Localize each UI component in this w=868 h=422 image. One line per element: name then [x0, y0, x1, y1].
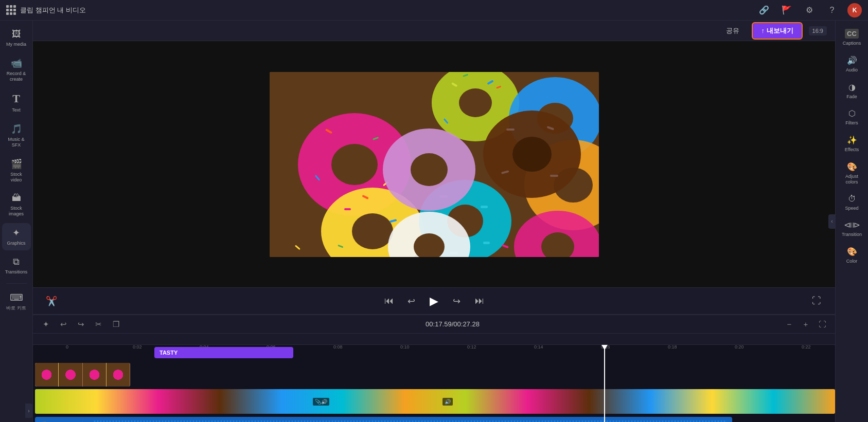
svg-rect-15 [481, 206, 488, 208]
timeline-ruler: 0 0:02 0:04 0:06 0:08 0:10 0:12 0:14 0:1… [33, 334, 835, 345]
right-sidebar-label-speed: Speed [845, 206, 858, 211]
right-sidebar-item-adjust-colors[interactable]: 🎨 Adjust colors [837, 158, 867, 189]
help-icon-btn[interactable]: ? [825, 3, 839, 17]
sidebar-expand-btn[interactable]: › [25, 403, 32, 418]
video-thumb-2 [59, 363, 82, 387]
copy-btn[interactable]: ❐ [109, 318, 122, 331]
aspect-ratio-badge: 16:9 [809, 26, 827, 35]
total-time: 00:27.28 [453, 320, 480, 328]
sidebar-item-stock-video[interactable]: 🎬 Stock video [2, 154, 31, 187]
rewind-btn[interactable]: ↩ [403, 293, 420, 309]
sidebar-item-text[interactable]: T Text [2, 88, 31, 117]
right-sidebar-label-color: Color [846, 259, 858, 264]
user-avatar[interactable]: K [847, 3, 862, 17]
link-icon-btn[interactable]: 🔗 [757, 3, 771, 17]
zoom-out-btn[interactable]: − [783, 318, 796, 331]
audio-clip[interactable]: 🎵 Stay Fly 마픈 [35, 417, 732, 422]
right-sidebar: ‹ CC Captions 🔊 Audio ◑ Fade ⬡ Filters ✨… [835, 21, 868, 422]
right-sidebar-item-effects[interactable]: ✨ Effects [837, 131, 867, 157]
text-clip[interactable]: TASTY [154, 347, 293, 358]
effects-icon: ✨ [847, 135, 857, 145]
video-short-track [35, 361, 835, 388]
fade-icon: ◑ [848, 82, 856, 92]
clip-icon-1: 📎🔊 [313, 398, 329, 406]
magic-btn[interactable]: ✦ [39, 318, 52, 331]
sidebar-item-transitions[interactable]: ⧉ Transitions [2, 252, 31, 279]
speed-icon: ⏱ [848, 194, 856, 204]
svg-rect-9 [344, 208, 351, 210]
video-controls: ✂️ ⏮ ↩ ▶ ↪ ⏭ ⛶ [33, 287, 835, 314]
sidebar-item-stock-images[interactable]: 🏔 Stock images [2, 189, 31, 221]
text-track: TASTY [35, 345, 835, 360]
right-sidebar-label-filters: Filters [845, 120, 858, 126]
filters-icon: ⬡ [848, 108, 856, 118]
music-icon: 🎵 [11, 123, 22, 135]
skip-forward-btn[interactable]: ⏭ [471, 293, 488, 309]
top-bar-right: 🔗 🚩 ⚙ ? K [757, 3, 862, 17]
undo-btn[interactable]: ↩ [57, 318, 70, 331]
main-area: 🖼 My media 📹 Record &create T Text 🎵 Mus… [0, 21, 868, 422]
captions-icon: CC [845, 29, 859, 39]
timeline-time-display: 00:17.59 / 00:27.28 [127, 320, 778, 328]
audio-icon: 🔊 [847, 56, 857, 65]
graphics-icon: ✦ [12, 227, 20, 238]
right-sidebar-item-captions[interactable]: CC Captions [837, 25, 867, 50]
sidebar-item-music-sfx[interactable]: 🎵 Music & SFX [2, 119, 31, 152]
controls-left: ✂️ [43, 293, 60, 309]
crop-btn[interactable]: ✂️ [43, 293, 60, 309]
right-sidebar-label-effects: Effects [845, 147, 859, 153]
adjust-colors-icon: 🎨 [847, 162, 857, 172]
right-sidebar-item-color[interactable]: 🎨 Color [837, 243, 867, 268]
right-sidebar-label-audio: Audio [846, 67, 858, 73]
main-video-track: 📎🔊 🔊 [35, 389, 835, 416]
sidebar-item-graphics[interactable]: ✦ Graphics [2, 223, 31, 250]
sidebar-item-label-my-media: My media [6, 42, 26, 47]
right-sidebar-label-captions: Captions [843, 41, 861, 46]
right-sidebar-collapse-btn[interactable]: ‹ [828, 214, 836, 229]
sidebar-item-record-create[interactable]: 📹 Record &create [2, 53, 31, 86]
sidebar-item-label-transitions: Transitions [5, 269, 28, 275]
svg-rect-17 [483, 242, 490, 244]
export-button[interactable]: ↑ 내보내기 [752, 22, 802, 40]
sidebar-item-my-media[interactable]: 🖼 My media [2, 25, 31, 51]
settings-icon-btn[interactable]: ⚙ [802, 3, 817, 17]
flag-icon-btn[interactable]: 🚩 [780, 3, 794, 17]
cut-btn[interactable]: ✂ [92, 318, 105, 331]
main-video-clip[interactable]: 📎🔊 🔊 [35, 389, 835, 414]
controls-center: ⏮ ↩ ▶ ↪ ⏭ [381, 293, 488, 309]
zoom-in-btn[interactable]: + [799, 318, 812, 331]
svg-point-20 [459, 88, 492, 117]
sidebar-item-label-stock-images: Stock images [5, 206, 28, 217]
svg-rect-37 [550, 175, 558, 177]
forward-btn[interactable]: ↪ [449, 293, 465, 309]
sidebar-item-label-record: Record &create [7, 71, 26, 82]
timeline-fullscreen-btn[interactable]: ⛶ [816, 318, 829, 331]
share-button[interactable]: 공유 [720, 23, 746, 39]
play-btn[interactable]: ▶ [426, 293, 442, 309]
app-grid-icon[interactable] [6, 5, 16, 15]
right-sidebar-item-transition[interactable]: ⧏⧐ Transition [837, 216, 867, 242]
right-sidebar-item-filters[interactable]: ⬡ Filters [837, 104, 867, 130]
sidebar-item-shortcuts[interactable]: ⌨ 바로 키트 [2, 288, 31, 315]
main-video-strip: 📎🔊 🔊 [35, 389, 835, 414]
sidebar-item-label-music: Music & SFX [5, 137, 28, 148]
color-icon: 🎨 [847, 247, 857, 256]
right-sidebar-label-transition: Transition [842, 232, 862, 237]
skip-back-btn[interactable]: ⏮ [381, 293, 397, 309]
video-thumb-1 [35, 363, 59, 387]
right-sidebar-item-audio[interactable]: 🔊 Audio [837, 51, 867, 77]
stock-images-icon: 🏔 [12, 193, 21, 204]
fullscreen-btn[interactable]: ⛶ [808, 293, 825, 309]
audio-track: 🎵 Stay Fly 마픈 [35, 417, 835, 422]
video-preview [270, 72, 599, 257]
my-media-icon: 🖼 [12, 29, 21, 40]
right-sidebar-item-speed[interactable]: ⏱ Speed [837, 190, 867, 215]
video-frame [270, 72, 599, 257]
text-clip-label: TASTY [160, 350, 178, 356]
sidebar-item-label-text: Text [12, 107, 21, 113]
clip-icon-2: 🔊 [442, 398, 453, 406]
video-short-clip[interactable] [35, 363, 130, 387]
redo-btn[interactable]: ↪ [74, 318, 87, 331]
right-sidebar-item-fade[interactable]: ◑ Fade [837, 78, 867, 104]
right-sidebar-label-adjust-colors: Adjust colors [840, 174, 864, 185]
